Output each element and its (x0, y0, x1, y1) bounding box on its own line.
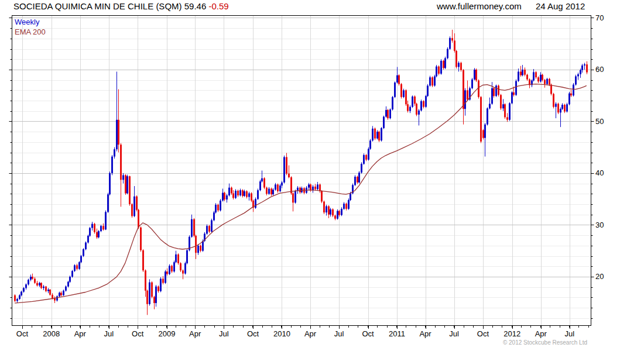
svg-text:Apr: Apr (189, 329, 201, 338)
svg-text:50: 50 (595, 117, 604, 126)
svg-text:Jul: Jul (104, 329, 114, 338)
svg-text:2009: 2009 (159, 329, 176, 338)
chart-window: SOCIEDA QUIMICA MIN DE CHILE (SQM) 59.46… (0, 0, 644, 351)
chart-legend: Weekly EMA 200 (15, 17, 46, 37)
svg-text:2011: 2011 (389, 329, 405, 338)
svg-text:Apr: Apr (304, 329, 317, 338)
svg-text:Jul: Jul (564, 329, 574, 338)
svg-text:40: 40 (595, 168, 604, 177)
svg-text:30: 30 (595, 221, 604, 229)
svg-text:Oct: Oct (362, 329, 374, 338)
svg-text:Jul: Jul (334, 329, 344, 338)
svg-text:70: 70 (595, 13, 604, 22)
svg-text:Oct: Oct (247, 329, 259, 338)
svg-text:Oct: Oct (477, 329, 489, 338)
svg-text:Apr: Apr (419, 329, 431, 338)
svg-text:Apr: Apr (535, 329, 547, 338)
price-chart: 203040506070Oct2008AprJulOct2009AprJulOc… (0, 0, 644, 351)
svg-text:Apr: Apr (74, 329, 87, 338)
svg-text:60: 60 (595, 65, 604, 74)
svg-text:Oct: Oct (16, 329, 29, 338)
svg-text:2012: 2012 (503, 329, 520, 338)
svg-text:2008: 2008 (43, 329, 60, 338)
timeframe-label: Weekly (15, 17, 46, 27)
copyright-label: © 2012 Stockcube Research Ltd (503, 339, 587, 346)
svg-text:20: 20 (595, 272, 604, 281)
svg-text:Jul: Jul (219, 329, 229, 338)
svg-text:2010: 2010 (273, 329, 290, 338)
svg-text:Oct: Oct (132, 329, 144, 338)
svg-text:Jul: Jul (449, 329, 459, 338)
ema-label: EMA 200 (15, 27, 46, 37)
